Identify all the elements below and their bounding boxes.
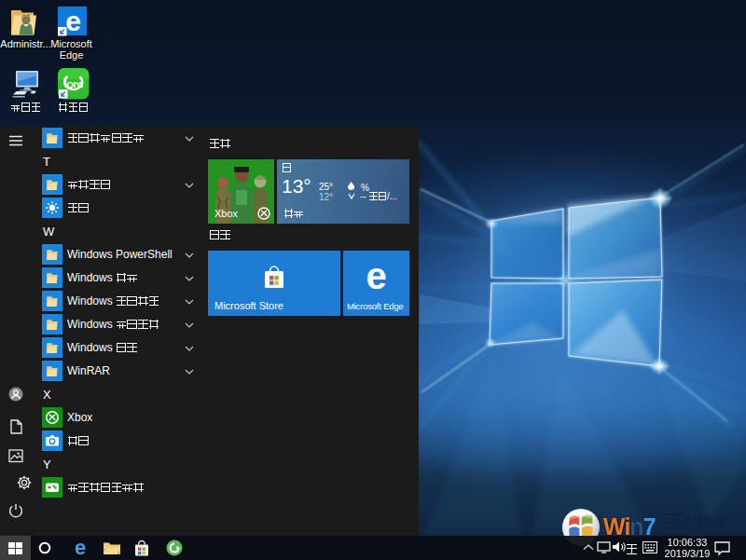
svg-text:e: e [65,7,81,36]
svg-text:iQIYI: iQIYI [64,79,83,89]
